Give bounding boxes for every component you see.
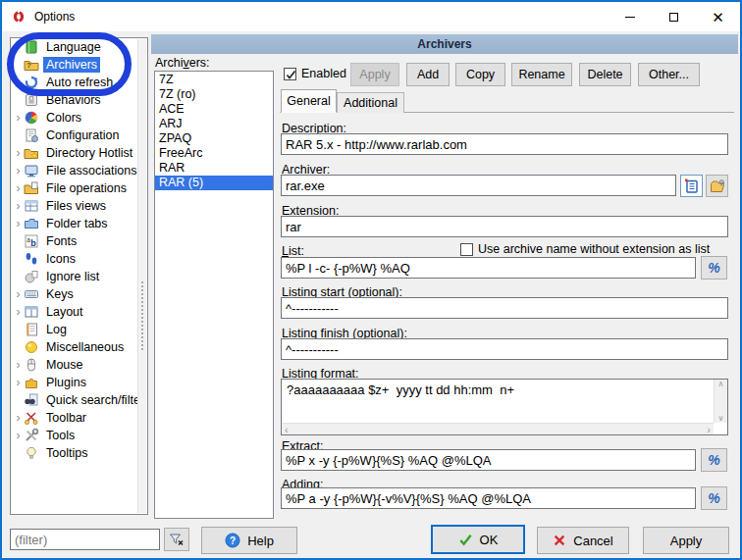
minimize-button[interactable]	[608, 2, 652, 31]
files-views-icon	[24, 198, 39, 214]
list-command-input[interactable]	[281, 257, 696, 279]
archiver-list-item[interactable]: ZPAQ	[155, 131, 273, 146]
archiver-list-item[interactable]: RAR	[155, 161, 273, 176]
expand-arrow-icon[interactable]: ›	[13, 197, 24, 215]
horizontal-scrollbar[interactable]: ‹ ›	[282, 423, 714, 434]
maximize-icon	[669, 13, 678, 22]
adding-variables-button[interactable]: %	[701, 486, 727, 510]
expand-arrow-icon[interactable]: ›	[13, 356, 24, 374]
enabled-checkbox[interactable]	[284, 68, 296, 80]
tree-scrollbar[interactable]	[137, 39, 146, 513]
sidebar-item-mouse[interactable]: ›Mouse	[11, 356, 147, 374]
icons-icon	[24, 251, 39, 267]
rename-button[interactable]: Rename	[511, 63, 572, 86]
archiver-list-item[interactable]: ARJ	[155, 117, 273, 131]
x-icon	[553, 534, 566, 547]
sidebar-item-archivers[interactable]: ?Archivers	[11, 56, 147, 74]
sidebar-item-toolbar[interactable]: ›Toolbar	[11, 409, 147, 427]
maximize-button[interactable]	[652, 2, 696, 31]
sidebar-item-auto-refresh[interactable]: Auto refresh	[11, 74, 147, 91]
sidebar-item-file-associations[interactable]: ›File associations	[11, 162, 147, 179]
extract-command-input[interactable]	[281, 449, 696, 471]
sidebar-item-miscellaneous[interactable]: Miscellaneous	[11, 338, 147, 356]
copy-button[interactable]: Copy	[455, 63, 505, 86]
expand-arrow-icon[interactable]: ›	[13, 303, 24, 321]
directory-hotlist-icon	[24, 145, 39, 161]
expand-arrow-icon[interactable]: ›	[13, 179, 24, 197]
close-button[interactable]: ✕	[696, 2, 740, 31]
help-button[interactable]: ? Help	[201, 527, 297, 554]
sidebar-item-quick-search-filter[interactable]: Quick search/filter	[11, 391, 147, 409]
extension-input[interactable]	[281, 216, 728, 237]
apply-button-label: Apply	[670, 534, 703, 548]
sidebar-item-keys[interactable]: ›Keys	[11, 285, 147, 303]
tab-general[interactable]: General	[281, 89, 337, 113]
expand-arrow-icon[interactable]: ›	[13, 162, 24, 179]
sidebar-item-fonts[interactable]: abFonts	[11, 232, 147, 250]
archiver-list-item[interactable]: ACE	[155, 102, 273, 117]
sidebar-item-label: Ignore list	[43, 269, 102, 284]
sidebar-item-plugins[interactable]: ›Plugins	[11, 374, 147, 391]
expand-arrow-icon[interactable]: ›	[13, 109, 24, 127]
listing-start-input[interactable]	[281, 297, 728, 319]
expand-arrow-icon[interactable]: ›	[13, 285, 24, 303]
sidebar-item-colors[interactable]: ›Colors	[11, 109, 147, 127]
listing-format-textarea[interactable]: ?aaaaaaaaaa $z+ yyyy tt dd hh:mm n+ ∧ ∨ …	[281, 379, 728, 435]
sidebar-item-icons[interactable]: Icons	[11, 250, 147, 268]
ok-button-label: OK	[480, 533, 499, 547]
page-title: Archivers	[151, 34, 738, 54]
tab-additional[interactable]: Additional	[337, 92, 404, 113]
sidebar-item-files-views[interactable]: ›Files views	[11, 197, 147, 215]
sidebar-item-behaviors[interactable]: Behaviors	[11, 91, 147, 109]
add-button[interactable]: Add	[406, 63, 450, 86]
other-button[interactable]: Other...	[638, 63, 700, 86]
archiver-list-item[interactable]: RAR (5)	[155, 176, 273, 190]
expand-arrow-icon[interactable]: ›	[13, 215, 24, 232]
ok-button[interactable]: OK	[431, 525, 525, 554]
expand-arrow-icon[interactable]: ›	[13, 409, 24, 427]
expand-arrow-icon[interactable]: ›	[13, 374, 24, 391]
file-associations-icon	[24, 163, 39, 178]
sidebar-item-configuration[interactable]: Configuration	[11, 127, 147, 144]
sidebar-item-language[interactable]: Language	[11, 38, 147, 56]
adding-command-input[interactable]	[281, 487, 696, 509]
miscellaneous-icon	[24, 339, 39, 355]
sidebar-item-label: File associations	[43, 163, 139, 178]
sidebar-item-log[interactable]: Log	[11, 321, 147, 338]
delete-button[interactable]: Delete	[579, 63, 631, 86]
expand-arrow-icon[interactable]: ›	[13, 427, 24, 444]
sidebar-item-ignore-list[interactable]: Ignore list	[11, 268, 147, 285]
colors-icon	[24, 110, 39, 126]
apply-button[interactable]: Apply	[643, 527, 729, 554]
sidebar-item-directory-hotlist[interactable]: ›Directory Hotlist	[11, 144, 147, 162]
archiver-list-item[interactable]: 7Z	[155, 73, 273, 87]
tree-filter-input[interactable]	[10, 529, 160, 550]
sidebar-item-label: Configuration	[43, 127, 122, 143]
clear-filter-button[interactable]	[164, 528, 189, 551]
archiver-list-item[interactable]: FreeArc	[155, 146, 273, 161]
archiver-list-item[interactable]: 7Z (ro)	[155, 87, 273, 102]
tools-icon	[24, 428, 39, 443]
sidebar-item-layout[interactable]: ›Layout	[11, 303, 147, 321]
use-archive-name-checkbox-label: Use archive name without extension as li…	[478, 242, 710, 256]
sidebar-item-tools[interactable]: ›Tools	[11, 427, 147, 444]
vertical-scrollbar[interactable]: ∧ ∨	[714, 380, 727, 423]
filter-funnel-icon	[169, 532, 185, 547]
sidebar-item-label: Toolbar	[43, 410, 89, 426]
expand-arrow-icon[interactable]: ›	[13, 144, 24, 162]
sidebar-item-tooltips[interactable]: Tooltips	[11, 444, 147, 462]
sidebar-item-file-operations[interactable]: ›File operations	[11, 179, 147, 197]
listing-finish-input[interactable]	[281, 338, 728, 360]
configuration-icon	[24, 127, 39, 143]
browse-archiver-button[interactable]	[706, 175, 728, 197]
cancel-button[interactable]: Cancel	[537, 527, 629, 554]
extract-variables-button[interactable]: %	[701, 448, 727, 472]
list-variables-button[interactable]: %	[701, 256, 727, 280]
use-archive-name-checkbox[interactable]	[460, 243, 473, 256]
view-archiver-file-button[interactable]	[680, 175, 703, 197]
description-input[interactable]	[281, 133, 728, 155]
apply-archiver-button[interactable]: Apply	[350, 63, 399, 86]
archiver-input[interactable]	[281, 175, 676, 196]
sidebar-item-folder-tabs[interactable]: ›Folder tabs	[11, 215, 147, 232]
tree-scrollbar-thumb[interactable]	[141, 281, 143, 350]
